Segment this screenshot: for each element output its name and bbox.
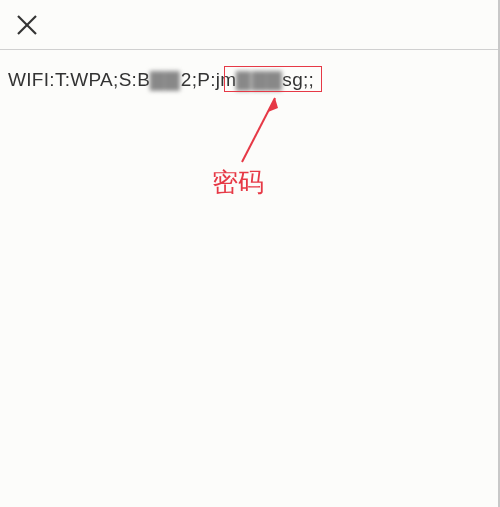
- pwd-blurred: ▇▇▇: [236, 68, 282, 91]
- close-icon: [16, 14, 38, 36]
- ssid-label: ;S:B: [113, 69, 150, 90]
- pwd-start: jm: [216, 69, 237, 90]
- pwd-label: ;P:: [192, 69, 216, 90]
- wifi-qr-string: WIFI:T:WPA;S:B▇▇2;P:jm▇▇▇sg;;: [8, 69, 314, 90]
- content-area: WIFI:T:WPA;S:B▇▇2;P:jm▇▇▇sg;;: [0, 50, 500, 109]
- password-annotation-label: 密码: [212, 165, 264, 200]
- ssid-blurred: ▇▇: [150, 68, 181, 91]
- header-bar: [0, 0, 500, 50]
- ssid-suffix: 2: [181, 69, 192, 90]
- close-button[interactable]: [12, 10, 42, 40]
- wifi-terminator: ;;: [303, 69, 314, 90]
- pwd-end: sg: [282, 69, 303, 90]
- wifi-type: WPA: [70, 69, 113, 90]
- wifi-prefix: WIFI:T:: [8, 69, 70, 90]
